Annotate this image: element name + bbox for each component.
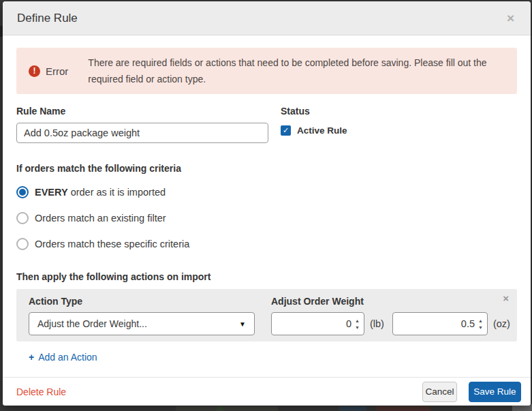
radio-every-order-rest: order as it is imported xyxy=(68,187,166,198)
action-type-select[interactable]: Adjust the Order Weight... ▼ xyxy=(29,312,255,335)
status-label: Status xyxy=(281,106,347,117)
radio-every-order-bold: EVERY xyxy=(35,187,68,198)
error-message: There are required fields or actions tha… xyxy=(88,55,497,87)
active-rule-checkbox-row[interactable]: ✓ Active Rule xyxy=(281,125,347,136)
spinner-down-icon[interactable]: ▼ xyxy=(355,325,360,330)
background-page-fragment xyxy=(217,406,223,411)
background-page-fragment xyxy=(376,406,431,411)
pounds-stepper[interactable]: ▲ ▼ xyxy=(271,312,364,335)
adjust-weight-group: Adjust Order Weight ▲ ▼ (lb) xyxy=(271,296,518,335)
radio-specific-criteria-row[interactable]: Orders match these specific criteria xyxy=(16,237,517,251)
radio-every-order-row[interactable]: EVERY order as it is imported xyxy=(16,185,517,199)
rule-name-label: Rule Name xyxy=(16,106,268,117)
criteria-section: If orders match the following criteria E… xyxy=(16,163,517,251)
spinner-up-icon[interactable]: ▲ xyxy=(355,318,360,323)
radio-specific-criteria[interactable] xyxy=(16,238,29,250)
weight-inputs-row: ▲ ▼ (lb) ▲ ▼ (oz) xyxy=(271,312,518,335)
actions-section: Then apply the following actions on impo… xyxy=(16,271,517,363)
pounds-spinner[interactable]: ▲ ▼ xyxy=(355,318,360,330)
ounces-unit-label: (oz) xyxy=(493,318,510,329)
modal-header: Define Rule × xyxy=(3,1,531,35)
action-type-group: Action Type Adjust the Order Weight... ▼ xyxy=(29,296,255,335)
save-rule-button[interactable]: Save Rule xyxy=(469,382,521,402)
pounds-unit-label: (lb) xyxy=(370,318,384,329)
ounces-spinner[interactable]: ▲ ▼ xyxy=(478,318,483,330)
add-action-label: Add an Action xyxy=(38,352,97,363)
error-label: Error xyxy=(46,65,68,77)
radio-specific-criteria-label: Orders match these specific criteria xyxy=(35,239,189,249)
action-type-selected-value: Adjust the Order Weight... xyxy=(37,318,239,329)
radio-existing-filter[interactable] xyxy=(16,212,29,224)
chevron-down-icon: ▼ xyxy=(239,320,246,328)
modal-body: ! Error There are required fields or act… xyxy=(3,48,531,363)
cancel-button[interactable]: Cancel xyxy=(422,382,457,402)
modal-title: Define Rule xyxy=(17,12,504,25)
close-icon[interactable]: × xyxy=(504,10,517,26)
spinner-down-icon[interactable]: ▼ xyxy=(478,325,483,330)
radio-existing-filter-row[interactable]: Orders match an existing filter xyxy=(16,211,517,225)
radio-every-order[interactable] xyxy=(16,186,29,198)
radio-every-order-label: EVERY order as it is imported xyxy=(35,187,166,198)
ounces-input[interactable] xyxy=(393,313,478,335)
plus-icon: + xyxy=(29,352,34,363)
ounces-stepper[interactable]: ▲ ▼ xyxy=(392,312,488,335)
action-box: Action Type Adjust the Order Weight... ▼… xyxy=(16,289,517,341)
adjust-weight-label: Adjust Order Weight xyxy=(271,296,518,307)
rule-name-status-row: Rule Name Status ✓ Active Rule xyxy=(16,106,517,143)
error-banner-left: ! Error xyxy=(29,65,68,77)
background-page-fragment xyxy=(176,406,278,411)
action-type-label: Action Type xyxy=(29,296,255,307)
active-rule-label: Active Rule xyxy=(297,125,347,136)
criteria-heading: If orders match the following criteria xyxy=(16,163,517,174)
modal-footer: Delete Rule Cancel Save Rule xyxy=(3,377,531,406)
error-banner: ! Error There are required fields or act… xyxy=(16,48,517,94)
radio-existing-filter-label: Orders match an existing filter xyxy=(35,213,166,224)
pounds-input[interactable] xyxy=(272,313,355,335)
spinner-up-icon[interactable]: ▲ xyxy=(478,318,483,323)
rule-name-field-group: Rule Name xyxy=(16,106,268,143)
remove-action-icon[interactable]: × xyxy=(503,293,509,303)
define-rule-modal: Define Rule × ! Error There are required… xyxy=(3,1,531,406)
background-page-fragment xyxy=(339,406,366,411)
error-icon: ! xyxy=(29,65,40,77)
active-rule-checkbox[interactable]: ✓ xyxy=(281,125,291,136)
rule-name-input[interactable] xyxy=(16,123,268,143)
delete-rule-link[interactable]: Delete Rule xyxy=(16,386,422,397)
add-action-link[interactable]: + Add an Action xyxy=(29,352,97,363)
actions-heading: Then apply the following actions on impo… xyxy=(16,271,517,282)
status-field-group: Status ✓ Active Rule xyxy=(281,106,347,143)
